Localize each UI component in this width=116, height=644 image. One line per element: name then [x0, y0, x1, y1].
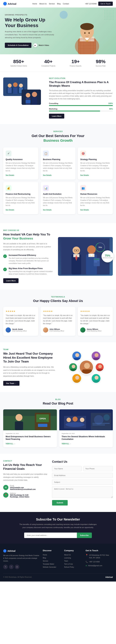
planning-link[interactable]: See Details — [43, 174, 52, 176]
svg-point-20 — [8, 84, 12, 88]
newsletter-input[interactable] — [24, 532, 77, 538]
services-tag: SERVICES — [3, 130, 113, 132]
nav-home[interactable]: Home — [32, 3, 37, 5]
blog-card-2: September 18, 2022 There Are Several Sit… — [59, 409, 113, 447]
footer-logo-text: Advisal — [8, 550, 16, 552]
why-point-1-icon: ✓ — [3, 254, 7, 258]
planning-icon: 📋 — [43, 150, 49, 156]
author-name-2: John Wilson — [50, 328, 64, 330]
stat-label-success: Success Rate — [96, 65, 106, 67]
progress-marketing-value: 80% — [109, 108, 113, 110]
svg-rect-47 — [94, 262, 97, 262]
footer-link-home[interactable]: Home — [43, 554, 61, 556]
blog-post-title-2: There Are Several Situations Where Indiv… — [62, 435, 110, 441]
svg-rect-53 — [82, 370, 92, 374]
audit-link[interactable]: See Details — [43, 209, 52, 211]
nav-blog[interactable]: Blog — [57, 3, 60, 5]
author-avatar-1 — [6, 328, 11, 332]
facebook-icon[interactable]: f — [9, 564, 14, 569]
hr-link[interactable]: See Details — [80, 209, 89, 211]
stat-label-clients: Satisfied Global Clients — [10, 65, 27, 67]
lname-input[interactable] — [83, 466, 113, 471]
play-icon: ▶ — [33, 43, 37, 47]
process-section: NEXT EVOLUTION The Process Of Creating A… — [0, 72, 116, 124]
footer-link-team[interactable]: Team — [64, 560, 82, 562]
why-title: How Instant VA Can Help You To Grow Your… — [3, 232, 54, 240]
footer-phone-icon: 📞 — [86, 561, 88, 563]
submit-button[interactable]: Submit — [52, 500, 68, 506]
why-point-2-title: Big Ideas Arise From Boutique Firms — [9, 267, 54, 270]
blog-image-1: OPEN — [3, 409, 57, 430]
services-section: SERVICES Get Our Best Services For Your … — [0, 124, 116, 223]
fname-input[interactable] — [52, 466, 82, 471]
svg-point-5 — [80, 23, 94, 30]
quality-link[interactable]: See Details — [6, 174, 14, 176]
svg-point-55 — [75, 353, 79, 357]
svg-rect-46 — [94, 260, 99, 261]
blog-link-2[interactable]: VIEW ALL → — [62, 443, 71, 445]
hr-icon: 👥 — [80, 185, 86, 191]
why-tag: WHY CHOOSE US — [3, 230, 54, 231]
message-input[interactable] — [52, 486, 113, 498]
strategy-link[interactable]: See Details — [80, 174, 89, 176]
address-value: 3523 Ruckledge Dr #120 Ruckledge, United… — [10, 494, 29, 498]
footer-link-about[interactable]: About Us — [64, 554, 82, 556]
strategy-icon: 🎯 — [80, 150, 86, 156]
stars-1: ★★★★★ — [6, 310, 36, 312]
twitter-icon[interactable]: 𝕏 — [3, 564, 8, 569]
finance-name: Finance And Restructuring — [6, 193, 36, 195]
process-learn-more-button[interactable]: Learn More — [49, 114, 64, 118]
newsletter-form: Subscribe — [24, 532, 92, 538]
nav-contact[interactable]: Contact — [63, 3, 69, 5]
nav-service[interactable]: Service — [49, 3, 55, 5]
svg-rect-56 — [74, 358, 80, 361]
stat-num-experts: 19+ — [70, 59, 81, 64]
why-learn-more-button[interactable]: Learn More — [3, 278, 18, 283]
author-role-1: Chief Marketing Officer — [12, 330, 27, 332]
footer-brand: Advisal We are a full process Strategy t… — [3, 549, 40, 569]
our-team-button[interactable]: Our Team → — [3, 381, 20, 386]
svg-point-67 — [75, 376, 79, 380]
hero-person-figure — [66, 12, 108, 54]
logo-text: Advisal — [8, 2, 16, 5]
footer-touch-title: Get In Touch — [86, 549, 113, 552]
instagram-icon[interactable]: ◎ — [15, 564, 19, 569]
subscribe-button[interactable]: Subscribe — [77, 532, 92, 538]
why-point-2-icon: ✓ — [3, 268, 7, 271]
phone-number: +987 123 65466 — [85, 3, 97, 5]
strategy-name: Strategy Planning — [80, 158, 110, 160]
schedule-consultation-button[interactable]: Schedule A Consultation — [5, 43, 32, 48]
footer-link-template[interactable]: Template Maker — [43, 563, 61, 565]
progress-marketing: Marketing 80% — [49, 108, 113, 112]
email-value: info@sample.com Administration@consultma… — [10, 487, 36, 490]
email-input[interactable] — [52, 473, 113, 478]
footer-grid: Advisal We are a full process Strategy t… — [3, 549, 113, 569]
footer-link-terms[interactable]: Term of Use — [64, 563, 82, 565]
blog-link-1[interactable]: VIEW ALL → — [6, 443, 15, 445]
footer-logo: Advisal — [3, 549, 40, 552]
planning-name: Business Planning — [43, 158, 73, 160]
contact-section: CONTACT Let Us Help You Reach Your Finan… — [0, 454, 116, 512]
progress-consulting-label: Consulting — [49, 102, 58, 104]
author-role-2: Chief Marketing Officer — [50, 330, 64, 332]
logo[interactable]: Advisal — [3, 2, 16, 6]
subject-input[interactable] — [52, 480, 113, 485]
footer-link-refund[interactable]: Refund Policy — [64, 566, 82, 568]
watch-video-button[interactable]: ▶ Watch Video — [33, 43, 49, 47]
team-title: We Just Heard That Our Company Hired An … — [3, 352, 56, 364]
quality-icon: ✓ — [6, 150, 12, 156]
nav-about[interactable]: About Us — [39, 3, 46, 5]
quality-desc: We are a full process Strategy that Meet… — [6, 162, 36, 172]
footer-link-blog[interactable]: Blog — [43, 557, 61, 559]
footer-link-service[interactable]: Service — [43, 560, 61, 562]
finance-link[interactable]: See Details — [6, 209, 14, 211]
contact-address-item: 📍 Address 3523 Ruckledge Dr #120 Ruckled… — [3, 492, 47, 498]
footer-link-website[interactable]: Website Generator — [43, 566, 61, 568]
get-in-touch-button[interactable]: Get In Touch — [98, 2, 113, 6]
footer: Advisal We are a full process Strategy t… — [0, 544, 116, 582]
newsletter-desc: The benefits of using business consultin… — [18, 523, 98, 529]
newsletter-title: Subscribe To Our Newsletter — [3, 518, 113, 521]
audit-icon: 📊 — [43, 185, 49, 191]
contact-email-item: ✉ Email info@sample.com Administration@c… — [3, 485, 47, 490]
footer-link-licensing[interactable]: Licensing — [64, 557, 82, 559]
